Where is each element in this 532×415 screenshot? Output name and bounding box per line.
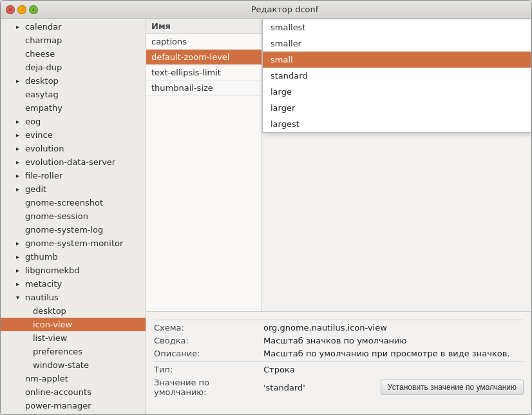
key-item-captions[interactable]: captions [146,34,261,50]
sidebar-item-online-accounts[interactable]: online-accounts [1,385,146,399]
arrow-icon: ▸ [16,186,23,193]
dropdown-option-smaller[interactable]: smaller [263,35,531,52]
arrow-icon: ▸ [16,240,23,247]
default-row: Значение по умолчанию: 'standard' Устано… [154,378,524,397]
main-content: ▸calendarcharmapcheesedeja-dup▸desktopea… [1,19,531,414]
sidebar: ▸calendarcharmapcheesedeja-dup▸desktopea… [1,19,146,414]
arrow-icon: ▸ [16,172,23,179]
dropdown-option-small[interactable]: small [263,52,531,68]
sidebar-item-label: cheese [25,49,55,59]
keys-area: Имя captionsdefault-zoom-leveltext-ellip… [146,19,531,311]
sidebar-item-desktop[interactable]: ▸desktop [1,74,146,88]
divider-top [154,320,524,320]
arrow-icon: ▸ [16,77,23,84]
arrow-icon: ▾ [16,294,23,301]
sidebar-item-gthumb[interactable]: ▸gthumb [1,250,146,264]
sidebar-item-label: gthumb [25,252,58,262]
sidebar-item-label: gnome-system-log [25,225,103,235]
description-row: Описание: Масштаб по умолчанию при просм… [154,349,524,358]
sidebar-item-label: gnome-screenshot [25,198,103,208]
arrow-icon: ▸ [16,267,23,274]
sidebar-item-calendar[interactable]: ▸calendar [1,20,146,34]
keys-header: Имя [146,19,261,34]
sidebar-item-label: gnome-session [25,211,88,221]
titlebar: × − + Редактор dconf [1,1,531,19]
close-button[interactable]: × [6,5,15,14]
sidebar-item-label: file-roller [25,171,62,180]
right-panel: Имя captionsdefault-zoom-leveltext-ellip… [146,19,531,414]
sidebar-item-cheese[interactable]: cheese [1,47,146,61]
type-row: Тип: Строка [154,365,524,374]
sidebar-item-gnome-system-log[interactable]: gnome-system-log [1,223,146,236]
sidebar-item-list-view[interactable]: list-view [1,331,146,345]
sidebar-item-metacity[interactable]: ▸metacity [1,277,146,291]
window-controls: × − + [6,5,38,14]
sidebar-item-file-roller[interactable]: ▸file-roller [1,169,146,182]
sidebar-item-gnome-system-monitor[interactable]: ▸gnome-system-monitor [1,236,146,250]
sidebar-item-charmap[interactable]: charmap [1,34,146,47]
sidebar-item-label: nm-applet [25,374,68,383]
info-panel: Схема: org.gnome.nautilus.icon-view Свод… [146,311,531,414]
sidebar-item-libgnomekbd[interactable]: ▸libgnomekbd [1,264,146,277]
sidebar-item-label: calendar [25,22,62,32]
sidebar-item-nautilus[interactable]: ▾nautilus [1,291,146,304]
dropdown-option-largest[interactable]: largest [263,116,531,132]
sidebar-item-evolution[interactable]: ▸evolution [1,142,146,155]
minimize-button[interactable]: − [17,5,26,14]
sidebar-item-label: easytag [25,90,59,99]
summary-value: Масштаб значков по умолчанию [263,336,524,345]
dropdown-option-larger[interactable]: larger [263,100,531,116]
value-area: smallestsmallersmallstandardlargelargerl… [262,19,531,311]
sidebar-item-easytag[interactable]: easytag [1,88,146,101]
description-value: Масштаб по умолчанию при просмотре в вид… [263,349,524,358]
sidebar-item-gnome-session[interactable]: gnome-session [1,209,146,223]
sidebar-item-label: icon-view [33,320,72,329]
key-item-thumbnail-size[interactable]: thumbnail-size [146,81,261,96]
sidebar-item-gedit[interactable]: ▸gedit [1,182,146,196]
sidebar-item-empathy[interactable]: empathy [1,101,146,115]
arrow-icon: ▸ [16,280,23,287]
default-value: 'standard' [263,383,381,392]
key-item-default-zoom-level[interactable]: default-zoom-level [146,50,261,65]
arrow-icon: ▸ [16,131,23,139]
window-title: Редактор dconf [43,5,526,14]
sidebar-item-window-state[interactable]: window-state [1,358,146,372]
divider-mid [154,362,524,362]
sidebar-item-gnome-screenshot[interactable]: gnome-screenshot [1,196,146,209]
dropdown-option-large[interactable]: large [263,84,531,100]
summary-label: Сводка: [154,336,263,345]
sidebar-item-eog[interactable]: ▸eog [1,115,146,128]
type-label: Тип: [154,365,263,374]
sidebar-item-evolution-data-server[interactable]: ▸evolution-data-server [1,155,146,169]
arrow-icon: ▸ [16,145,23,152]
sidebar-item-label: charmap [25,35,62,45]
sidebar-item-preferences[interactable]: preferences [1,345,146,358]
sidebar-item-label: eog [25,117,41,126]
sidebar-item-label: gnome-system-monitor [25,238,123,248]
sidebar-item-icon-view[interactable]: icon-view [1,318,146,331]
schema-value: org.gnome.nautilus.icon-view [263,323,524,333]
arrow-icon: ▸ [16,159,23,166]
description-label: Описание: [154,349,263,358]
sidebar-item-label: nautilus [25,293,59,302]
sidebar-item-label: desktop [25,76,59,86]
dropdown-menu: smallestsmallersmallstandardlargelargerl… [262,19,531,133]
dropdown-option-smallest[interactable]: smallest [263,19,531,35]
sidebar-item-label: list-view [33,333,67,343]
dropdown-option-standard[interactable]: standard [263,68,531,84]
set-default-button[interactable]: Установить значение по умолчанию [381,380,524,395]
sidebar-item-label: libgnomekbd [25,265,80,275]
type-value: Строка [263,365,524,374]
sidebar-item-label: evince [25,130,53,140]
sidebar-item-label: evolution-data-server [25,157,115,167]
sidebar-item-evince[interactable]: ▸evince [1,128,146,142]
sidebar-item-label: empathy [25,103,62,113]
keys-table: Имя captionsdefault-zoom-leveltext-ellip… [146,19,262,311]
sidebar-item-desktop-sub[interactable]: desktop [1,304,146,318]
sidebar-item-label: window-state [33,360,89,370]
sidebar-item-deja-dup[interactable]: deja-dup [1,61,146,74]
sidebar-item-nm-applet[interactable]: nm-applet [1,372,146,385]
sidebar-item-power-manager[interactable]: power-manager [1,399,146,412]
key-item-text-ellipsis-limit[interactable]: text-ellipsis-limit [146,65,261,81]
maximize-button[interactable]: + [29,5,38,14]
